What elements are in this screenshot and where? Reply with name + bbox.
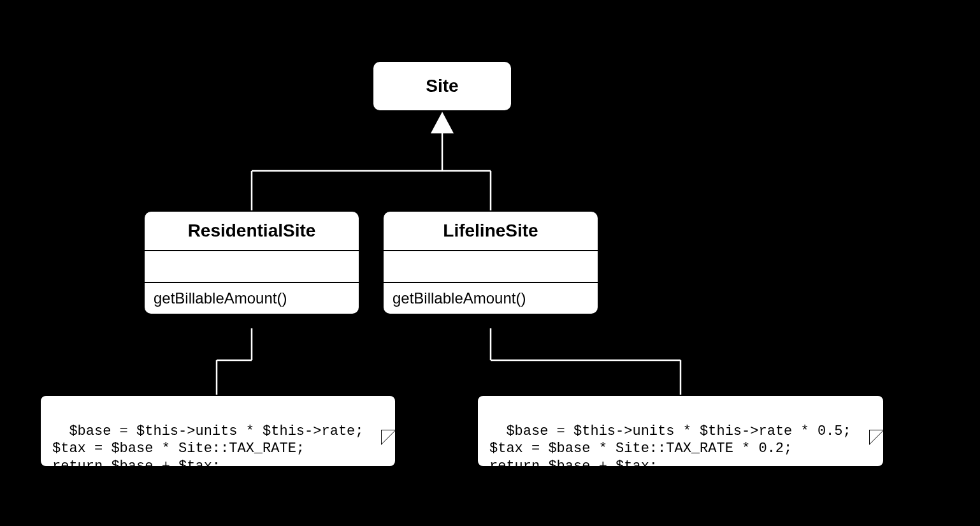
uml-note-residential-code: $base = $this->units * $this->rate; $tax… <box>40 395 396 467</box>
uml-note-lifeline-code: $base = $this->units * $this->rate * 0.5… <box>477 395 884 467</box>
uml-note-residential-code-text: $base = $this->units * $this->rate; $tax… <box>52 423 363 474</box>
uml-class-lifeline-method: getBillableAmount() <box>384 282 598 314</box>
note-fold-icon <box>381 395 396 410</box>
note-fold-icon <box>869 395 884 410</box>
uml-class-lifeline-attrs <box>384 250 598 282</box>
uml-class-lifeline: LifelineSite getBillableAmount() <box>382 210 599 315</box>
svg-marker-0 <box>432 113 452 133</box>
uml-class-residential-title: ResidentialSite <box>145 212 359 250</box>
uml-class-lifeline-title: LifelineSite <box>384 212 598 250</box>
uml-class-residential: ResidentialSite getBillableAmount() <box>143 210 360 315</box>
uml-note-lifeline-code-text: $base = $this->units * $this->rate * 0.5… <box>489 423 851 474</box>
uml-class-site: Site <box>372 61 512 112</box>
uml-class-residential-attrs <box>145 250 359 282</box>
uml-class-residential-method: getBillableAmount() <box>145 282 359 314</box>
uml-class-site-title: Site <box>373 62 511 105</box>
